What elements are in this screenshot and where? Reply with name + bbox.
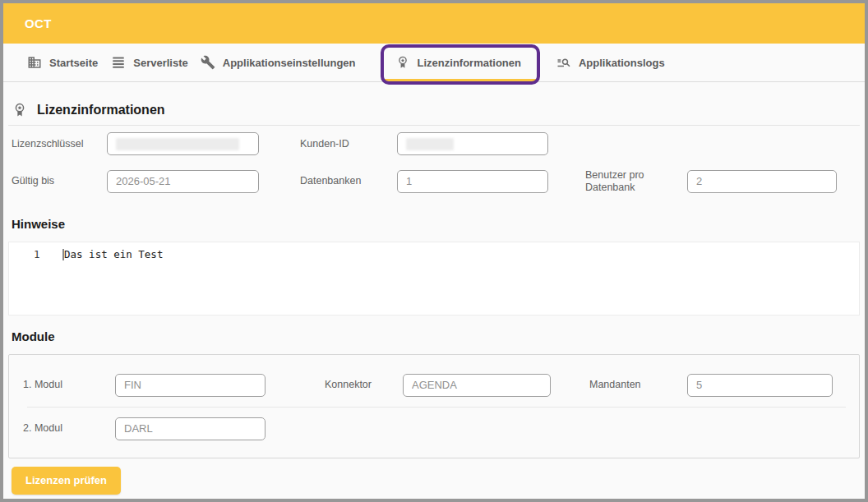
tab-serverliste[interactable]: Serverliste — [111, 44, 188, 81]
users-per-database-field[interactable] — [687, 170, 837, 193]
customer-id-field[interactable] — [397, 132, 548, 155]
valid-until-field[interactable] — [107, 170, 259, 193]
line-text: Das ist ein Test — [50, 248, 163, 261]
modules-section-title: Module — [8, 329, 860, 343]
valid-until-label: Gültig bis — [12, 175, 107, 187]
line-number: 1 — [21, 248, 50, 261]
server-list-icon — [111, 55, 126, 70]
tab-startseite[interactable]: Startseite — [27, 44, 98, 81]
active-tab-underline — [385, 79, 536, 81]
notes-section-title: Hinweise — [8, 217, 860, 231]
text-cursor — [62, 249, 64, 260]
license-key-label: Lizenzschlüssel — [12, 138, 107, 150]
tab-label: Serverliste — [133, 57, 188, 69]
page-title: Lizenzinformationen — [37, 103, 165, 117]
connector-field[interactable] — [403, 374, 551, 397]
log-search-icon — [556, 55, 571, 70]
modules-box: 1. Modul Konnektor Mandanten 2. Modul — [8, 354, 860, 458]
tab-applikationslogs[interactable]: Applikationslogs — [556, 44, 665, 81]
license-form: Lizenzschlüssel Kunden-ID Gültig bis Dat… — [8, 132, 860, 194]
module-row-divider — [27, 407, 846, 408]
app-header: OCT — [3, 3, 865, 44]
page-content: Lizenzinformationen Lizenzschlüssel Kund… — [3, 99, 865, 495]
connector-label: Konnektor — [325, 379, 403, 391]
tab-label: Startseite — [49, 57, 98, 69]
tenants-label: Mandanten — [589, 379, 687, 391]
section-divider — [8, 125, 860, 126]
databases-label: Datenbanken — [300, 175, 397, 187]
license-key-field[interactable] — [107, 132, 259, 155]
app-title: OCT — [25, 16, 52, 30]
check-licenses-button[interactable]: Lizenzen prüfen — [12, 467, 121, 495]
wrench-icon — [201, 55, 215, 70]
tab-label: Applikationseinstellungen — [223, 57, 356, 69]
notes-code-editor[interactable]: 1 Das ist ein Test — [8, 242, 860, 315]
main-nav: Startseite Serverliste Applikationseinst… — [3, 44, 865, 82]
tab-lizenzinformationen[interactable]: Lizenzinformationen — [395, 44, 521, 81]
tab-label: Applikationslogs — [579, 57, 665, 69]
module2-field[interactable] — [115, 417, 265, 440]
editor-line: 1 Das ist ein Test — [21, 248, 859, 261]
module-row-2: 2. Modul — [23, 417, 846, 440]
tenants-field[interactable] — [687, 374, 833, 397]
databases-field[interactable] — [397, 170, 548, 193]
redacted-value — [116, 138, 239, 150]
award-badge-icon — [12, 102, 28, 118]
license-section-header: Lizenzinformationen — [8, 99, 860, 121]
award-badge-icon — [395, 55, 410, 70]
tab-label: Lizenzinformationen — [418, 57, 521, 69]
building-icon — [27, 55, 42, 70]
users-per-database-label: Benutzer pro Datenbank — [585, 169, 687, 194]
module1-label: 1. Modul — [23, 379, 115, 391]
tab-applikationseinstellungen[interactable]: Applikationseinstellungen — [201, 44, 356, 81]
module-row-1: 1. Modul Konnektor Mandanten — [23, 374, 846, 397]
redacted-value — [406, 138, 454, 150]
module2-label: 2. Modul — [23, 422, 115, 435]
customer-id-label: Kunden-ID — [300, 138, 397, 150]
module1-field[interactable] — [115, 374, 265, 397]
